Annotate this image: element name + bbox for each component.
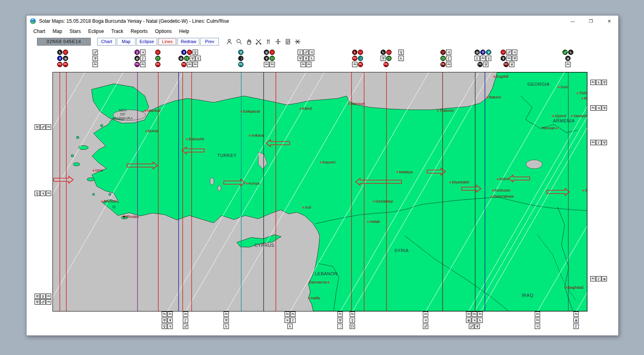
planet-glyph: ♄ <box>381 50 386 55</box>
planet-glyph: ☊ <box>155 56 161 61</box>
planet-glyph: ♃ <box>309 50 314 55</box>
planet-glyph: ⊗ <box>574 318 579 323</box>
eclipse-button[interactable]: Eclipse <box>136 38 157 46</box>
planet-glyph: ♆ <box>264 56 269 61</box>
city-label-kayseri: Kayseri <box>323 160 336 164</box>
planet-glyph-cluster: ♄☉♆⊗McMc <box>57 50 68 68</box>
planet-glyph-cluster: ♄☉♅☊Mc <box>381 50 392 68</box>
city-marker: + <box>576 91 579 96</box>
planet-glyph: ♇ <box>596 140 601 145</box>
prev-button[interactable]: Prev <box>200 38 219 46</box>
planet-glyph-cluster: ⊗♅♆♇As☿Mc♅ <box>475 50 491 68</box>
planet-glyph-cluster: ♅♀As <box>35 294 51 300</box>
lines-button[interactable]: Lines <box>158 38 177 46</box>
minimize-button[interactable]: — <box>563 15 582 27</box>
planet-glyph-cluster: ♀♃As <box>35 191 51 197</box>
planet-glyph: As <box>93 62 98 67</box>
planet-glyph: ⊗ <box>466 318 472 323</box>
city-label-eskisehir: Eskisehir <box>189 137 205 141</box>
planet-glyph: ♂ <box>563 50 568 55</box>
planet-glyph-cluster: AsAs♃♇♄ <box>285 311 296 330</box>
menu-map[interactable]: Map <box>49 28 65 35</box>
planet-glyph: As <box>168 311 173 317</box>
city-marker: + <box>582 188 585 193</box>
menu-reports[interactable]: Reports <box>127 28 151 35</box>
pan-tool-icon[interactable] <box>244 37 253 46</box>
planet-glyph-cluster: As⊗♇ <box>574 311 579 330</box>
planet-glyph: As <box>590 105 596 111</box>
city-label-baghdad: Baghdad <box>568 285 583 290</box>
zoom-tool-icon[interactable] <box>234 37 244 46</box>
city-marker: + <box>497 176 499 181</box>
planet-glyph: ♇ <box>475 56 480 61</box>
close-button[interactable]: ✕ <box>600 15 618 27</box>
select-tool-icon[interactable] <box>225 37 234 46</box>
planet-glyph: Mc <box>63 62 68 67</box>
planet-glyph: Mc <box>441 62 446 67</box>
planet-glyph-cluster: ☉♃☊♇McAs <box>441 50 452 68</box>
planet-glyph-cluster: ☉☊Mc <box>155 50 161 68</box>
city-label-zugdidi: Zugdidi <box>496 74 509 78</box>
menu-bar: ChartMapStarsEclipseTrackReportsOptionsH… <box>26 27 618 36</box>
city-marker: + <box>565 285 568 290</box>
hide-lines-tool-icon[interactable] <box>254 37 263 46</box>
menu-options[interactable]: Options <box>151 28 175 35</box>
culm-lines-tool-icon[interactable] <box>264 37 273 46</box>
planet-glyph: ♃ <box>446 50 452 55</box>
menu-eclipse[interactable]: Eclipse <box>85 28 108 35</box>
planet-glyph: ☊ <box>441 56 446 61</box>
planet-glyph: ♄ <box>478 318 483 323</box>
planet-glyph: As <box>140 62 146 67</box>
planet-glyph-cluster: As♇♂ <box>183 311 188 330</box>
travel-tool-icon[interactable] <box>293 37 302 46</box>
planet-glyph: As <box>480 56 486 61</box>
solar-maps-window: Solar Maps: 15.05.2018 Boga Burcunda Yen… <box>26 15 619 336</box>
planet-glyph: ♆ <box>501 56 506 61</box>
city-label-batumi: Batumi <box>489 95 501 99</box>
report-tool-icon[interactable] <box>283 37 293 46</box>
planet-glyph-cluster: ♆☽Mc <box>238 50 244 68</box>
menu-stars[interactable]: Stars <box>66 28 85 35</box>
city-marker: + <box>327 280 330 285</box>
menu-chart[interactable]: Chart <box>30 28 49 35</box>
planet-glyph: As <box>270 62 275 67</box>
redraw-button[interactable]: Redraw <box>177 38 199 46</box>
chart-button[interactable]: Chart <box>97 38 116 46</box>
planet-glyph: ♂ <box>506 50 512 55</box>
relocate-tool-icon[interactable] <box>273 37 283 46</box>
planet-glyph: ♅ <box>93 56 98 61</box>
city-label-o: O <box>585 188 587 192</box>
region-label: SYRIA <box>394 248 409 253</box>
planet-glyph: ♀ <box>35 191 40 196</box>
planet-glyph: ♅ <box>483 62 489 67</box>
planet-glyph: As <box>478 311 483 317</box>
menu-help[interactable]: Help <box>175 28 193 35</box>
planet-glyph: Mc <box>478 62 483 67</box>
planet-glyph: As <box>590 80 596 85</box>
region-label: TURKEY <box>217 153 237 158</box>
planet-glyph: ♅ <box>602 105 607 111</box>
city-marker: + <box>246 181 248 186</box>
menu-track[interactable]: Track <box>107 28 127 35</box>
planet-glyph: ♄ <box>399 56 404 61</box>
planet-glyph: ♆ <box>238 50 244 55</box>
maximize-button[interactable]: ❐ <box>582 15 600 27</box>
planet-glyph: ☽ <box>358 56 363 61</box>
planet-glyph: Mc <box>358 62 363 67</box>
planet-glyph: ♃ <box>512 50 517 55</box>
planet-glyph: As <box>290 311 296 317</box>
window-title: Solar Maps: 15.05.2018 Boga Burcunda Yen… <box>39 18 563 24</box>
planet-glyph-cluster: AsAs♅♆♀♃ <box>162 311 173 330</box>
planet-glyph: ♆ <box>475 324 480 329</box>
map-button[interactable]: Map <box>117 38 135 46</box>
city-label-trabzon: Trabzon <box>440 108 454 113</box>
planet-glyph: ♇ <box>298 50 303 55</box>
city-marker: + <box>558 85 560 89</box>
region-label: CYPRUS <box>255 243 275 248</box>
planet-glyph: ♇ <box>290 318 296 323</box>
planet-glyph: As <box>466 311 472 317</box>
planet-glyph-cluster: As♇⊗ <box>590 276 607 282</box>
planet-glyph: ♃ <box>285 318 290 323</box>
planet-glyph: ☉ <box>358 50 363 55</box>
solar-map[interactable]: SEAOFMARMARATURKEYCYPRUSSYRIALEBANONGEOR… <box>52 72 587 311</box>
